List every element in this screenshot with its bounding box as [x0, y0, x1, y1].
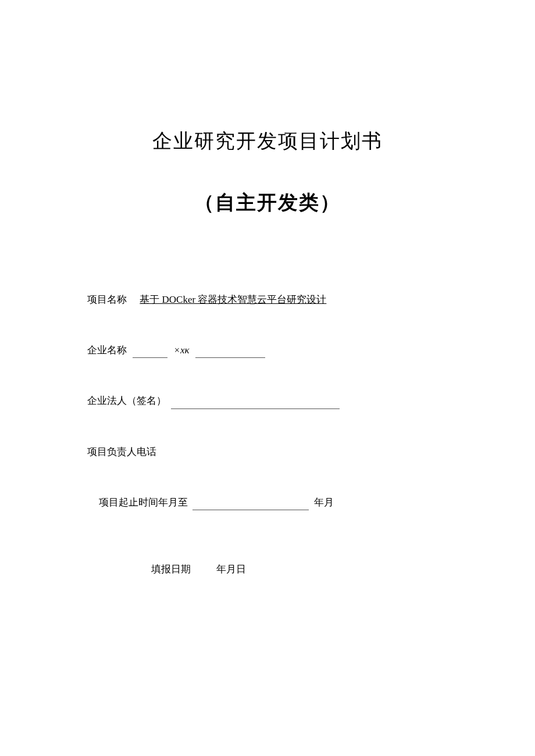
- document-subtitle: （自主开发类）: [87, 189, 448, 216]
- project-name-value: 基于 DOCker 容器技术智慧云平台研究设计: [140, 294, 326, 305]
- field-legal-person: 企业法人（签名）: [87, 393, 448, 409]
- legal-person-label: 企业法人（签名）: [87, 395, 166, 406]
- duration-suffix: 年月: [314, 497, 334, 508]
- field-contact: 项目负责人电话: [87, 444, 448, 460]
- company-name-label: 企业名称: [87, 345, 127, 356]
- document-title: 企业研究开发项目计划书: [87, 128, 448, 155]
- report-date-label: 填报日期: [151, 564, 191, 575]
- company-name-value: ×xκ: [174, 345, 190, 356]
- field-duration: 项目起止时间年月至 年月: [87, 495, 448, 510]
- field-report-date: 填报日期 年月日: [87, 562, 448, 576]
- blank-line: [171, 398, 340, 409]
- blank-line: [192, 499, 309, 510]
- blank-line: [195, 347, 265, 359]
- contact-label: 项目负责人电话: [87, 446, 156, 457]
- field-project-name: 项目名称 基于 DOCker 容器技术智慧云平台研究设计: [87, 292, 448, 307]
- field-company-name: 企业名称 ×xκ: [87, 342, 448, 358]
- duration-prefix: 项目起止时间年月至: [99, 497, 188, 508]
- project-name-label: 项目名称: [87, 294, 127, 305]
- blank-line: [133, 347, 167, 359]
- report-date-format: 年月日: [216, 564, 246, 575]
